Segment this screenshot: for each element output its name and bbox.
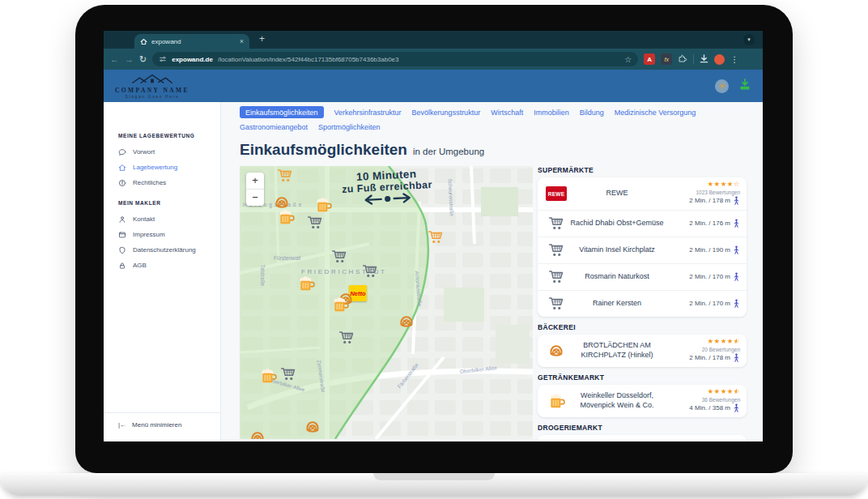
sidebar-section-title: MEIN MAKLER — [118, 200, 220, 206]
nav-tab-immobilien[interactable]: Immobilien — [534, 109, 569, 117]
walking-person-icon — [733, 219, 740, 229]
rating-stars: ★★★★★☆ — [707, 388, 740, 395]
map-marker-pretzel-icon[interactable] — [304, 418, 321, 436]
poi-row-brotl-dchen-am-kirchplatz-hinkel[interactable]: BROTLÄDCHEN AM KIRCHPLATZ (Hinkel)★★★★★☆… — [538, 335, 747, 367]
sidebar-item-datenschutzerkl-rung[interactable]: Datenschutzerklärung — [118, 242, 220, 258]
sidebar-item-label: Lagebewertung — [133, 164, 177, 171]
poi-row-rainer-kersten[interactable]: Rainer Kersten2 Min. / 170 m — [538, 291, 747, 317]
map-marker-cart-icon[interactable] — [361, 262, 379, 280]
bookmark-star-icon[interactable]: ☆ — [624, 55, 632, 64]
sidebar-item-vorwort[interactable]: Vorwort — [118, 144, 220, 160]
map-zoom-out-button[interactable]: − — [246, 189, 264, 206]
map-marker-pretzel-icon[interactable] — [398, 313, 415, 331]
poi-row-vitamin-insel-kirchplatz[interactable]: Vitamin Insel Kirchplatz2 Min. / 190 m — [538, 237, 747, 264]
map-marker-cart-icon[interactable] — [338, 329, 355, 347]
browser-menu-icon[interactable]: ⋮ — [730, 55, 738, 64]
back-button[interactable]: ← — [110, 55, 119, 64]
downloads-icon[interactable] — [700, 52, 708, 66]
map-zoom-in-button[interactable]: + — [246, 173, 264, 189]
browser-tab-expowand[interactable]: expowand × — [134, 34, 249, 49]
distance-value: 2 Min. / 190 m — [689, 245, 740, 256]
nav-tab-medizinische-versorgung[interactable]: Medizinische Versorgung — [615, 109, 696, 117]
new-tab-button[interactable]: + — [259, 33, 265, 45]
map-marker-cart-icon[interactable] — [276, 167, 294, 185]
poi-name: REWE — [568, 189, 666, 198]
forward-button[interactable]: → — [125, 55, 134, 64]
category-tabs-row-1: EinkaufsmöglichkeitenVerkehrsinfrastrukt… — [240, 106, 763, 118]
poi-row-rachid-dhabi-obst-gem-se[interactable]: Rachid Dhabi Obst+Gemüse2 Min. / 176 m — [538, 211, 747, 237]
tab-close-icon[interactable]: × — [240, 38, 244, 45]
sidebar-item-lagebewertung[interactable]: Lagebewertung — [118, 160, 220, 175]
poi-panel: SUPERMÄRKTEREWEREWE★★★★☆1023 Bewertungen… — [538, 166, 747, 441]
extensions-puzzle-icon[interactable] — [678, 52, 687, 66]
nav-tab-bildung[interactable]: Bildung — [580, 109, 604, 117]
company-slogan: Slogan Goes Here — [126, 95, 180, 100]
map-marker-cart-icon[interactable] — [427, 228, 445, 246]
nav-tab-sportm-glichkeiten[interactable]: Sportmöglichkeiten — [318, 123, 381, 131]
sidebar-item-rechtliches[interactable]: Rechtliches — [118, 175, 220, 190]
walking-person-icon — [733, 353, 740, 364]
poi-card: dm-drogerie markt5 Min. / 452 m — [538, 435, 747, 441]
profile-avatar[interactable] — [714, 54, 725, 65]
house-icon — [118, 164, 126, 172]
walking-person-icon — [733, 299, 740, 309]
tab-title: expowand — [151, 38, 236, 45]
reload-button[interactable]: ↻ — [139, 55, 147, 64]
address-bar[interactable]: expowand.de /locationValuation/index/542… — [152, 52, 638, 66]
map-marker-beer-icon[interactable] — [297, 275, 315, 292]
map-marker-beer-icon[interactable] — [259, 367, 277, 385]
laptop-mockup: expowand × + ▾ ← → ↻ expowand.de /locati… — [0, 0, 868, 499]
poi-name: Rosmarin Naturkost — [568, 272, 666, 282]
nav-tab-gastronomieangebot[interactable]: Gastronomieangebot — [240, 123, 308, 131]
site-settings-icon[interactable] — [159, 52, 167, 66]
map-marker-pretzel-icon[interactable] — [249, 429, 266, 439]
sidebar-minimize-button[interactable]: |← Menü minimieren — [104, 412, 220, 441]
theme-toggle-button[interactable] — [715, 79, 729, 93]
fx-extension-icon[interactable]: fx — [661, 53, 672, 65]
poi-section-title: GETRÄNKEMARKT — [538, 373, 747, 382]
tab-search-button[interactable]: ▾ — [743, 34, 755, 45]
beer-icon — [544, 393, 568, 409]
map-marker-beer-icon[interactable] — [331, 296, 349, 313]
review-count: 36 Bewertungen — [702, 397, 740, 403]
review-count: 1023 Bewertungen — [696, 190, 740, 195]
poi-row-dm-drogerie-markt[interactable]: dm-drogerie markt5 Min. / 452 m — [538, 435, 747, 441]
info-icon — [118, 179, 126, 187]
main-content: EinkaufsmöglichkeitenVerkehrsinfrastrukt… — [221, 102, 763, 441]
nav-tab-bev-lkerungsstruktur[interactable]: Bevölkerungsstruktur — [412, 109, 481, 117]
walking-person-icon — [733, 272, 740, 283]
sidebar-item-label: AGB — [133, 262, 147, 269]
rating-stars: ★★★★☆ — [707, 181, 740, 188]
neighborhood-map[interactable]: + − 10 Minuten zu Fuß erreichbar — [240, 166, 533, 439]
distance-value: 2 Min. / 170 m — [689, 299, 740, 309]
rooflines-icon — [131, 73, 173, 87]
distance-value: 2 Min. / 176 m — [689, 219, 740, 229]
poi-row-rosmarin-naturkost[interactable]: Rosmarin Naturkost2 Min. / 170 m — [538, 264, 747, 291]
window-icon — [118, 231, 126, 239]
pdf-extension-icon[interactable]: A — [644, 53, 655, 65]
company-logo[interactable]: COMPANY NAME Slogan Goes Here — [115, 73, 189, 100]
person-icon — [118, 215, 126, 224]
sidebar: MEINE LAGEBEWERTUNGVorwortLagebewertungR… — [104, 102, 221, 441]
poi-row-rewe[interactable]: REWEREWE★★★★☆1023 Bewertungen2 Min. / 17… — [538, 177, 747, 211]
poi-row-weinkeller-d-sseldorf-m-venpick-wein-co[interactable]: Weinkeller Düsseldorf, Mövenpick Wein & … — [538, 385, 747, 417]
cart-icon — [544, 242, 568, 258]
sidebar-item-agb[interactable]: AGB — [118, 258, 220, 273]
rewe-logo: REWE — [546, 186, 567, 201]
download-report-button[interactable] — [738, 78, 751, 94]
map-marker-beer-icon[interactable] — [277, 208, 295, 226]
map-marker-cart-icon[interactable] — [279, 365, 297, 383]
walking-person-icon — [733, 403, 740, 414]
map-zoom-control: + − — [246, 173, 264, 206]
sidebar-item-impressum[interactable]: Impressum — [118, 227, 220, 242]
reach-arrows-icon — [361, 192, 414, 205]
page-title: Einkaufsmöglichkeiten — [240, 141, 407, 159]
map-marker-cart-icon[interactable] — [330, 248, 348, 266]
nav-tab-einkaufsm-glichkeiten[interactable]: Einkaufsmöglichkeiten — [240, 106, 324, 118]
browser-tab-strip: expowand × + ▾ — [104, 31, 763, 49]
nav-tab-verkehrsinfrastruktur[interactable]: Verkehrsinfrastruktur — [334, 109, 402, 117]
map-marker-cart-icon[interactable] — [306, 214, 324, 232]
poi-section-title: BÄCKEREI — [538, 323, 747, 331]
sidebar-item-kontakt[interactable]: Kontakt — [118, 211, 220, 227]
nav-tab-wirtschaft[interactable]: Wirtschaft — [491, 109, 523, 117]
